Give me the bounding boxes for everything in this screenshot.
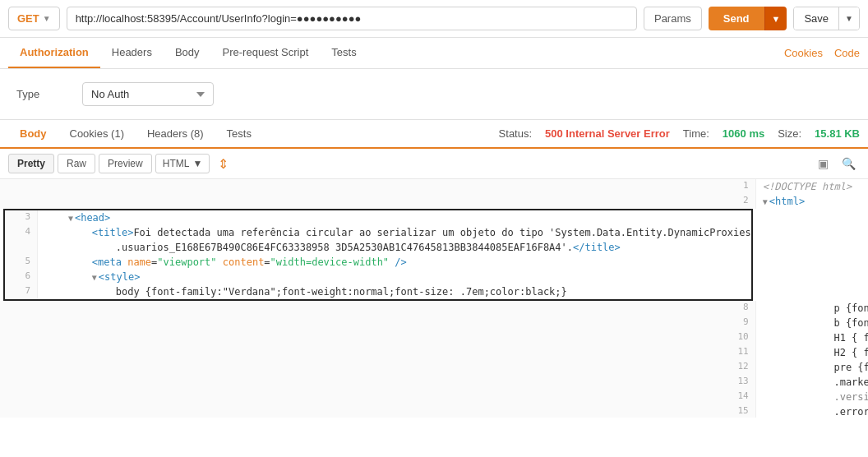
response-status-area: Status: 500 Internal Server Error Time: … [499, 127, 860, 140]
code-line: 9 b {font-family:"Verdana";font-weight:b… [0, 316, 868, 330]
method-chevron-icon: ▼ [43, 14, 51, 23]
toolbar-right-icons: ▣ 🔍 [814, 155, 860, 173]
save-dropdown-button[interactable]: ▼ [838, 7, 859, 30]
save-button[interactable]: Save [794, 7, 838, 30]
auth-type-select[interactable]: No Auth [82, 82, 214, 106]
send-button[interactable]: Send [709, 7, 764, 30]
code-line: 11 H2 { font-family:"Verdana";font-weigh… [0, 345, 868, 360]
tab-response-tests[interactable]: Tests [215, 120, 263, 149]
search-icon[interactable]: 🔍 [838, 155, 860, 173]
auth-row: Type No Auth [16, 82, 852, 106]
code-line: 6 ▼<style> [5, 270, 751, 284]
size-label: Size: [778, 127, 801, 140]
size-value: 15.81 KB [815, 127, 860, 140]
code-line: 15 .error {margin-bottom: 10px;} [0, 404, 868, 418]
tab-response-body[interactable]: Body [8, 120, 58, 149]
code-line: 14 .version {color: gray;} [0, 390, 868, 404]
save-group: Save ▼ [793, 7, 860, 30]
method-label: GET [17, 12, 39, 25]
pretty-button[interactable]: Pretty [8, 154, 54, 173]
code-line: 5 <meta name="viewport" content="width=d… [5, 255, 751, 270]
send-dropdown-button[interactable]: ▼ [764, 7, 787, 30]
request-tab-bar: Authorization Headers Body Pre-request S… [0, 38, 868, 69]
code-line: .usuarios_E168E67B490C86E4FC63338958 3D5… [5, 240, 751, 255]
format-select-button[interactable]: HTML ▼ [155, 154, 210, 173]
code-panel[interactable]: 1 <!DOCTYPE html> 2 ▼<html> 3 ▼<head> 4 … [0, 179, 868, 418]
raw-button[interactable]: Raw [58, 154, 95, 173]
code-line: 10 H1 { font-family:"Verdana";font-weigh… [0, 330, 868, 345]
auth-type-label: Type [16, 88, 66, 100]
tab-headers[interactable]: Headers [100, 38, 164, 68]
copy-icon[interactable]: ▣ [814, 155, 833, 173]
time-value: 1060 ms [723, 127, 764, 140]
code-link[interactable]: Code [834, 47, 860, 59]
tab-response-headers[interactable]: Headers (8) [136, 120, 215, 149]
format-label: HTML [163, 158, 190, 169]
code-lines-container: 1 <!DOCTYPE html> 2 ▼<html> 3 ▼<head> 4 … [0, 179, 868, 418]
send-group: Send ▼ [709, 7, 787, 30]
tab-tests[interactable]: Tests [320, 38, 367, 68]
tab-body[interactable]: Body [164, 38, 211, 68]
params-button[interactable]: Params [644, 7, 702, 30]
code-line: 13 .marker {font-weight: bold; color: bl… [0, 375, 868, 390]
code-line: 4 <title>Foi detectada uma referência ci… [5, 225, 751, 240]
code-line: 1 <!DOCTYPE html> [0, 179, 868, 194]
method-dropdown[interactable]: GET ▼ [8, 7, 60, 30]
code-line: 7 body {font-family:"Verdana";font-weigh… [5, 284, 751, 299]
code-line: 12 pre {font-family:"Consolas","Lucida C… [0, 360, 868, 375]
code-line: 2 ▼<html> [0, 194, 868, 209]
tab-response-cookies[interactable]: Cookies (1) [58, 120, 136, 149]
code-line: 8 p {font-family:"Verdana";font-weight:n… [0, 301, 868, 316]
tab-authorization[interactable]: Authorization [8, 38, 100, 68]
format-chevron-icon: ▼ [192, 158, 202, 169]
time-label: Time: [683, 127, 709, 140]
cookies-link[interactable]: Cookies [784, 47, 823, 59]
response-tab-bar: Body Cookies (1) Headers (8) Tests Statu… [0, 120, 868, 149]
status-label: Status: [499, 127, 532, 140]
response-format-toolbar: Pretty Raw Preview HTML ▼ ⇕ ▣ 🔍 [0, 149, 868, 179]
preview-button[interactable]: Preview [99, 154, 152, 173]
right-links: Cookies Code [784, 47, 860, 59]
status-value: 500 Internal Server Error [545, 127, 670, 140]
top-bar: GET ▼ Params Send ▼ Save ▼ [0, 0, 868, 38]
auth-section: Type No Auth [0, 69, 868, 120]
url-input[interactable] [67, 7, 637, 30]
tab-prerequest[interactable]: Pre-request Script [211, 38, 321, 68]
code-line: 3 ▼<head> [5, 210, 751, 225]
wrap-button[interactable]: ⇕ [213, 155, 233, 173]
